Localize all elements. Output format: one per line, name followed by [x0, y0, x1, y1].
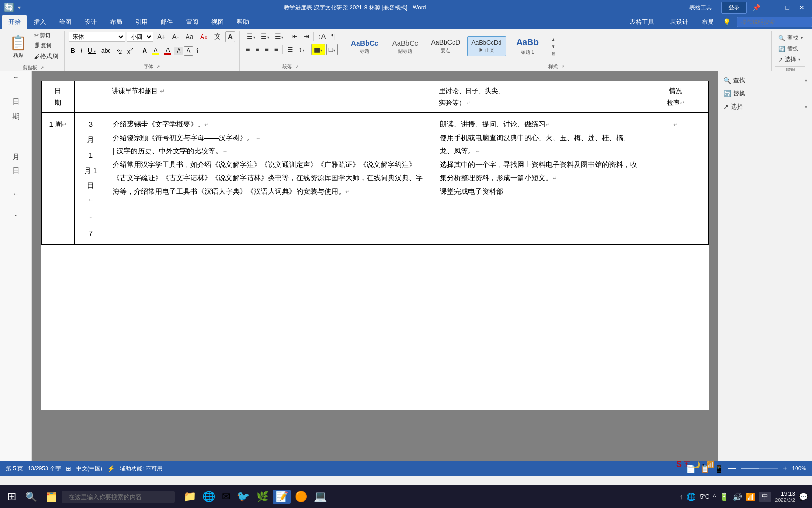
para-expand-icon[interactable]: ↗ — [295, 64, 299, 69]
styles-scroll-down[interactable]: ▼ — [549, 43, 558, 49]
replace-button[interactable]: 🔄 替换 — [775, 44, 801, 54]
font-grow-button[interactable]: A+ — [155, 32, 168, 42]
justify-button[interactable]: ≡ — [272, 44, 281, 55]
tray-expand-icon[interactable]: ^ — [713, 493, 716, 500]
text-effect-button[interactable]: A — [141, 47, 149, 55]
tab-mailings[interactable]: 邮件 — [154, 15, 180, 29]
border-dropdown[interactable]: ▾ — [333, 48, 335, 53]
highlight-color-button[interactable]: A — [150, 46, 161, 56]
styles-expand-icon[interactable]: ↗ — [561, 64, 565, 69]
find-button[interactable]: 🔍 查找 ▾ — [775, 33, 805, 43]
tab-draw[interactable]: 绘图 — [53, 15, 78, 29]
copy-button[interactable]: 🗐 复制 — [31, 41, 61, 50]
multilevel-dropdown[interactable]: ▾ — [281, 35, 283, 40]
teams-icon[interactable]: 🌿 — [253, 490, 272, 504]
font-size-select[interactable]: 小四 — [127, 32, 153, 42]
font-color-button[interactable]: A — [162, 46, 173, 56]
zoom-slider[interactable] — [741, 468, 778, 469]
document-area[interactable]: 日 期 讲课早节和趣目 ↵ 里讨论、日子、头尖、实验等） ↵ 情况检查↵ — [32, 71, 718, 461]
border-button[interactable]: □▾ — [326, 44, 338, 55]
login-button[interactable]: 登录 — [721, 2, 747, 14]
right-replace-button[interactable]: 🔄 替换 — [720, 88, 810, 99]
multilevel-button[interactable]: ☰▾ — [273, 31, 286, 41]
minimize-button[interactable]: — — [766, 3, 780, 12]
help-search-input[interactable] — [737, 17, 812, 27]
sort-button[interactable]: ↕A — [316, 31, 328, 41]
taskview-icon[interactable]: 🗂️ — [43, 489, 60, 504]
speaker-icon[interactable]: 🔊 — [733, 492, 742, 501]
tab-table-layout[interactable]: 布局 — [695, 15, 720, 29]
style-keypoint[interactable]: AaBbCcD 要点 — [427, 36, 464, 56]
char-border-button[interactable]: A — [225, 31, 235, 42]
right-select-button[interactable]: ↗ 选择 ▾ — [720, 102, 810, 112]
numbering-dropdown[interactable]: ▾ — [267, 35, 269, 40]
zoom-in-icon[interactable]: + — [783, 464, 787, 473]
style-subtitle[interactable]: AaBbCc 副标题 — [386, 36, 424, 56]
change-case-button[interactable]: Aa — [183, 32, 196, 42]
taskbar-search-input[interactable] — [62, 491, 175, 503]
tab-help[interactable]: 帮助 — [230, 15, 256, 29]
style-heading[interactable]: AaBbCc 标题 — [346, 36, 383, 56]
font-shrink-button[interactable]: A- — [170, 32, 181, 42]
bold-button[interactable]: B — [69, 47, 78, 55]
select-dropdown[interactable]: ▾ — [798, 57, 800, 62]
subscript-button[interactable]: x2 — [114, 46, 124, 56]
align-center-button[interactable]: ≡ — [253, 44, 261, 55]
edge-icon[interactable]: 🌐 — [200, 490, 218, 504]
status-marks-icon[interactable]: ⊞ — [66, 465, 71, 472]
zoom-out-icon[interactable]: — — [728, 464, 736, 473]
notification-icon[interactable]: 💬 — [799, 492, 808, 501]
start-icon[interactable]: ⊞ — [4, 489, 20, 505]
upload-icon[interactable]: ↑ — [679, 493, 683, 500]
superscript-button[interactable]: x2 — [125, 46, 135, 56]
style-heading1[interactable]: AaBb 标题 1 — [509, 35, 547, 57]
styles-scroll-up[interactable]: ▲ — [549, 36, 558, 42]
tab-review[interactable]: 审阅 — [180, 15, 205, 29]
style-normal[interactable]: AaBbCcDd ▶ 正文 — [467, 36, 506, 56]
cut-button[interactable]: ✂ 剪切 — [31, 31, 61, 40]
show-marks-button[interactable]: ¶ — [329, 31, 337, 41]
align-left-button[interactable]: ≡ — [243, 44, 252, 55]
select-button[interactable]: ↗ 选择 ▾ — [775, 55, 803, 64]
right-find-button[interactable]: 🔍 查找 ▾ — [720, 75, 810, 86]
help-icon[interactable]: 💡 — [720, 17, 733, 27]
clipboard-expand-icon[interactable]: ↗ — [40, 65, 44, 70]
phonetic-button[interactable]: 文 — [212, 31, 223, 42]
align-right-button[interactable]: ≡ — [262, 44, 271, 55]
tab-layout[interactable]: 布局 — [103, 15, 129, 29]
paste-button[interactable]: 📋 粘贴 — [7, 31, 30, 62]
mail-icon[interactable]: ✉ — [219, 490, 233, 504]
columns-button[interactable]: ☰ — [285, 44, 296, 55]
numbering-button[interactable]: ☰▾ — [258, 31, 272, 41]
font-info-button[interactable]: ℹ — [194, 46, 201, 56]
search-icon[interactable]: 🔍 — [22, 489, 41, 504]
orange-icon[interactable]: 🟠 — [292, 490, 310, 504]
app-icon[interactable]: 💻 — [311, 490, 329, 504]
char-shading-button[interactable]: A — [174, 47, 183, 55]
shading-dropdown[interactable]: ▾ — [320, 48, 322, 53]
line-spacing-dropdown[interactable]: ▾ — [303, 48, 304, 53]
font-family-select[interactable]: 宋体 — [69, 32, 125, 42]
underline-button[interactable]: U ▾ — [86, 47, 98, 55]
tab-design[interactable]: 设计 — [78, 15, 103, 29]
increase-indent-button[interactable]: ⇥ — [301, 31, 312, 41]
font-expand-icon[interactable]: ↗ — [156, 64, 160, 69]
twitter-icon[interactable]: 🐦 — [234, 490, 252, 504]
tab-view[interactable]: 视图 — [205, 15, 230, 29]
find-dropdown[interactable]: ▾ — [801, 36, 803, 40]
network-icon2[interactable]: 📶 — [746, 492, 755, 501]
italic-button[interactable]: I — [78, 47, 85, 55]
tab-references[interactable]: 引用 — [129, 15, 154, 29]
bullets-button[interactable]: ☰▾ — [244, 31, 258, 41]
word-taskbar-icon[interactable]: 📝 — [273, 490, 291, 504]
tab-insert[interactable]: 插入 — [27, 15, 53, 29]
decrease-indent-button[interactable]: ⇤ — [290, 31, 300, 41]
tab-home[interactable]: 开始 — [2, 15, 27, 29]
input-method[interactable]: 中 — [759, 492, 771, 502]
activity-cell[interactable]: 朗读、讲授、提问、讨论、做练习↵ 使用手机或电脑查询汉典中的心、火、玉、梅、莲、… — [434, 113, 643, 244]
tab-table-design[interactable]: 表设计 — [664, 15, 695, 29]
network-icon[interactable]: 🌐 — [687, 492, 696, 501]
bullets-dropdown[interactable]: ▾ — [253, 35, 255, 40]
close-button[interactable]: ✕ — [795, 3, 808, 12]
view-reading-icon[interactable]: 📱 — [714, 464, 724, 473]
